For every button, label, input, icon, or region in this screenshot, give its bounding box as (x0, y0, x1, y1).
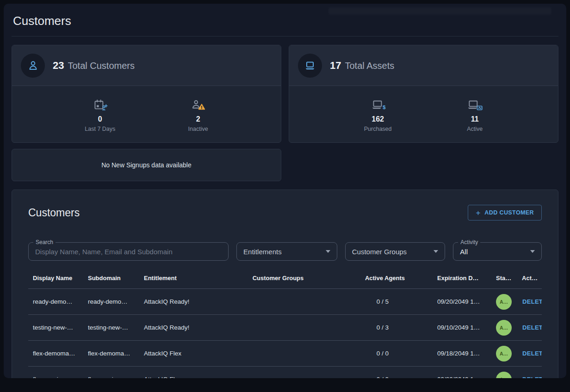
activity-select[interactable]: Activity All (453, 242, 542, 261)
total-customers-stats: 0 Last 7 Days 2 Inactive (12, 86, 281, 142)
customers-section-title: Customers (28, 207, 80, 219)
laptop-dollar-icon: $ (370, 97, 386, 113)
background-artifact (328, 7, 551, 15)
summary-cards-row: 23 Total Customers (12, 45, 558, 143)
entitlements-select[interactable]: Entitlements (236, 242, 337, 261)
cell-display-name: testing-new-… (28, 324, 83, 331)
user-warning-icon (190, 97, 206, 113)
column-header[interactable]: Display Name (28, 275, 83, 282)
column-header[interactable]: Subdomain (83, 275, 139, 282)
total-assets-stats: $ 162 Purchased 11 (289, 86, 558, 142)
calendar-user-add-icon (92, 97, 108, 113)
cell-display-name: ready-demo… (28, 298, 83, 305)
cell-entitlement: AttackIQ Ready! (139, 298, 219, 305)
chevron-down-icon (434, 250, 438, 253)
cell-entitlement: AttackIQ Flex (139, 376, 219, 378)
total-customers-value: 23 (53, 60, 64, 72)
purchased-value: 162 (372, 115, 384, 123)
cell-entitlement: AttackIQ Flex (139, 350, 219, 357)
active-assets-label: Active (467, 126, 483, 132)
avatar (298, 54, 322, 78)
cell-subdomain: flex-demoma… (83, 350, 139, 357)
cell-display-name: flex-demoma… (28, 350, 83, 357)
total-customers-label: Total Customers (68, 61, 135, 71)
column-header[interactable]: Act… (518, 275, 542, 282)
cell-display-name: flex-preview… (28, 376, 83, 378)
delete-button[interactable]: DELETE (522, 324, 542, 331)
svg-text:$: $ (383, 104, 386, 110)
entitlements-select-label: Entitlements (243, 248, 282, 256)
total-assets-header: 17 Total Assets (289, 45, 558, 86)
delete-button[interactable]: DELETE (522, 350, 542, 357)
customers-table-card: Customers + ADD CUSTOMER Search Entitlem… (12, 190, 558, 378)
purchased-label: Purchased (364, 126, 392, 132)
main-surface: Customers 23 Total Customers (4, 4, 566, 378)
total-customers-card: 23 Total Customers (12, 45, 281, 143)
table-row[interactable]: testing-new-… testing-new-… AttackIQ Rea… (28, 315, 542, 341)
table-body: ready-demo… ready-demo… AttackIQ Ready! … (28, 289, 542, 378)
inactive-value: 2 (196, 115, 200, 123)
total-assets-value: 17 (330, 60, 341, 72)
status-badge: A… (496, 346, 512, 361)
search-field[interactable]: Search (28, 242, 229, 261)
cell-expiration: 09/18/2049 1… (433, 350, 491, 357)
last-7-days-label: Last 7 Days (85, 126, 115, 132)
table-row[interactable]: flex-preview… flex-preview… AttackIQ Fle… (28, 367, 542, 378)
cell-subdomain: flex-preview… (83, 376, 139, 378)
laptop-chart-icon (466, 97, 483, 113)
cell-actions: DELETE (518, 350, 542, 357)
active-assets-stat: 11 Active (466, 97, 483, 132)
cell-active-agents: 0 / 0 (333, 376, 433, 378)
cell-expiration: 09/20/2049 1… (433, 298, 491, 305)
cell-expiration: 09/20/2049 1… (433, 376, 491, 378)
cell-expiration: 09/10/2049 1… (433, 324, 491, 331)
customer-groups-select-label: Customer Groups (352, 248, 407, 256)
table-row[interactable]: flex-demoma… flex-demoma… AttackIQ Flex … (28, 341, 542, 367)
column-header[interactable]: Customer Groups (219, 275, 333, 282)
cell-subdomain: ready-demo… (83, 298, 139, 305)
cell-status: A… (491, 320, 518, 336)
total-assets-card: 17 Total Assets $ 162 Purchased (289, 45, 558, 143)
page-title: Customers (13, 14, 71, 28)
chevron-down-icon (530, 250, 535, 253)
cell-active-agents: 0 / 0 (333, 350, 433, 357)
column-header[interactable]: Entitlement (139, 275, 219, 282)
customers-dashboard: { "page": { "title": "Customers" }, "sum… (0, 0, 570, 392)
column-header[interactable]: Sta… (491, 275, 518, 282)
table-row[interactable]: ready-demo… ready-demo… AttackIQ Ready! … (28, 289, 542, 315)
table-header: Display NameSubdomainEntitlementCustomer… (28, 267, 542, 289)
last-7-days-value: 0 (98, 115, 102, 123)
add-customer-button[interactable]: + ADD CUSTOMER (468, 205, 542, 220)
add-customer-label: ADD CUSTOMER (484, 209, 534, 216)
chevron-down-icon (326, 250, 330, 253)
status-badge: A… (496, 294, 512, 310)
cell-subdomain: testing-new-… (83, 324, 139, 331)
cell-actions: DELETE (518, 298, 542, 305)
customer-groups-select[interactable]: Customer Groups (345, 242, 446, 261)
last-7-days-stat: 0 Last 7 Days (85, 97, 115, 132)
no-signups-notice: No New Signups data available (12, 149, 281, 181)
delete-button[interactable]: DELETE (522, 376, 542, 378)
inactive-stat: 2 Inactive (188, 97, 208, 132)
cell-status: A… (491, 346, 518, 361)
purchased-stat: $ 162 Purchased (364, 97, 392, 132)
active-assets-value: 11 (471, 115, 479, 123)
total-assets-label: Total Assets (345, 61, 394, 71)
filters-row: Search Entitlements Customer Groups Acti… (28, 242, 542, 261)
laptop-icon (304, 59, 316, 72)
cell-status: A… (491, 294, 518, 310)
delete-button[interactable]: DELETE (522, 298, 542, 305)
status-badge: A… (496, 372, 512, 379)
plus-icon: + (476, 209, 480, 217)
column-header[interactable]: Expiration D… (433, 275, 491, 282)
search-input[interactable] (29, 243, 228, 260)
cell-actions: DELETE (518, 376, 542, 378)
column-header[interactable]: Active Agents (333, 275, 433, 282)
header-divider (12, 36, 558, 37)
status-badge: A… (496, 320, 512, 336)
cell-status: A… (491, 372, 518, 379)
avatar (21, 54, 45, 78)
cell-active-agents: 0 / 5 (333, 298, 433, 305)
total-customers-header: 23 Total Customers (12, 45, 281, 86)
cell-active-agents: 0 / 3 (333, 324, 433, 331)
